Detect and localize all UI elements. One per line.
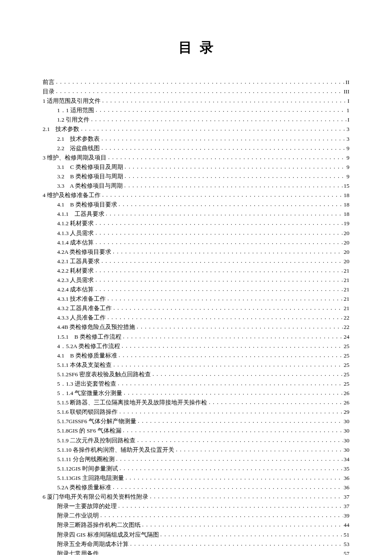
toc-entry: 5.1.6 联锁闭锁回路操作29 <box>43 407 349 417</box>
toc-entry-page: 21 <box>344 266 350 276</box>
toc-entry-page: 57 <box>344 549 350 555</box>
toc-leader-dots <box>105 210 343 218</box>
toc-entry-page: 30 <box>344 426 350 436</box>
toc-entry: 附录二作业说明39 <box>43 511 349 520</box>
toc-leader-dots <box>119 465 343 473</box>
toc-entry-page: 34 <box>344 455 350 464</box>
toc-entry: 4.4B 类检修危险点及预控措施22 <box>43 323 349 332</box>
toc-entry-page: 26 <box>344 389 350 398</box>
toc-entry-label: 1.2 引用文件 <box>57 115 89 125</box>
page-title: 目录 <box>43 38 349 57</box>
toc-entry-label: 前言 <box>43 78 55 87</box>
toc-entry-page: 20 <box>344 247 350 257</box>
toc-entry: 附录三断路器操作机构二次图纸44 <box>43 520 349 530</box>
toc-entry-page: 9 <box>346 153 349 163</box>
toc-entry-page: 36 <box>344 474 350 483</box>
toc-entry-page: 51 <box>344 530 350 540</box>
toc-entry-page: 9 <box>346 172 349 181</box>
toc-entry-page: 21 <box>344 285 350 294</box>
toc-entry-page: 30 <box>344 445 350 455</box>
toc-entry: 目录III <box>43 87 349 96</box>
toc-entry-page: 20 <box>344 257 350 266</box>
toc-entry-page: 39 <box>344 511 350 520</box>
toc-entry-label: 4.3.2 工器具准备工作 <box>57 304 112 313</box>
toc-leader-dots <box>112 248 343 256</box>
toc-entry: 5.1.2SF6 密度表校验及触点回路检查25 <box>43 370 349 379</box>
toc-leader-dots <box>160 531 343 539</box>
toc-leader-dots <box>130 540 343 548</box>
toc-leader-dots <box>124 163 346 171</box>
toc-leader-dots <box>101 135 346 143</box>
toc-entry: 4.1.2 耗材要求19 <box>43 219 349 228</box>
toc-entry-page: 36 <box>344 483 350 492</box>
toc-entry-label: 1．1 适用范围 <box>57 106 94 115</box>
toc-entry-page: 18 <box>344 191 350 200</box>
toc-entry-page: I <box>348 115 350 125</box>
toc-leader-dots <box>124 173 346 180</box>
toc-entry: 1 适用范围及引用文件I <box>43 96 349 106</box>
toc-entry-label: 4.1 B 类检修项目要求 <box>57 200 117 209</box>
toc-leader-dots <box>124 182 343 190</box>
toc-entry: 4.2.2 耗材要求21 <box>43 266 349 276</box>
toc-entry-page: 25 <box>344 370 350 379</box>
toc-leader-dots <box>95 107 346 114</box>
toc-entry-page: 37 <box>344 492 350 502</box>
toc-entry-label: 5．1.4 气室微量水分测量 <box>57 389 122 398</box>
toc-entry-page: 37 <box>344 502 350 511</box>
toc-entry-label: 5.1.6 联锁闭锁回路操作 <box>57 407 118 417</box>
toc-leader-dots <box>100 512 343 520</box>
toc-entry-label: 5．1.3 进出瓷套管检查 <box>57 379 116 389</box>
toc-entry: 4 维护及检修准备工作18 <box>43 191 349 200</box>
toc-entry-page: 3 <box>346 134 349 144</box>
toc-entry: 5．1.4 气室微量水分测量26 <box>43 389 349 398</box>
toc-entry: 1．1 适用范围1 <box>43 106 349 115</box>
toc-entry: 4.3.2 工器具准备工作21 <box>43 304 349 313</box>
toc-entry: 3.3 A 类检修项目与周期15 <box>43 181 349 191</box>
toc-entry-label: 5.1.10 各操作机构润滑、辅助开关及位置开关 <box>57 445 174 455</box>
toc-leader-dots <box>112 484 343 491</box>
toc-entry: 5．1.3 进出瓷套管检查25 <box>43 379 349 389</box>
toc-entry-page: 25 <box>344 342 350 351</box>
toc-entry: 1.5.1 B 类检修工作流程24 <box>43 332 349 342</box>
toc-entry-page: 20 <box>344 229 350 238</box>
toc-leader-dots <box>137 418 343 425</box>
toc-entry-label: 2.1 技术参数表 <box>57 134 100 144</box>
toc-entry-label: 2.1 技术参数 <box>43 125 79 134</box>
toc-entry-label: 5.1.13GIS 主回路电阻测量 <box>57 474 124 483</box>
toc-entry-page: 44 <box>344 520 350 530</box>
toc-entry: 5.1.10 各操作机构润滑、辅助开关及位置开关30 <box>43 445 349 455</box>
toc-entry: 4.1 B 类检修项目要求18 <box>43 200 349 209</box>
toc-entry: 4．5.2A 类检修工作流程25 <box>43 342 349 351</box>
toc-entry-label: 5.1.11 分合闸线圈检测 <box>57 455 115 464</box>
toc-entry: 2.1 技术参数3 <box>43 125 349 134</box>
toc-entry: 5.1.11 分合闸线圈检测34 <box>43 455 349 464</box>
toc-entry-page: 19 <box>344 219 350 228</box>
toc-entry-page: 24 <box>344 332 350 342</box>
toc-entry-page: 20 <box>344 238 350 247</box>
toc-leader-dots <box>95 286 343 293</box>
toc-leader-dots <box>95 276 343 284</box>
toc-entry: 2.1 技术参数表3 <box>43 134 349 144</box>
toc-entry-label: 4.4B 类检修危险点及预控措施 <box>57 323 135 332</box>
toc-entry-label: 3 维护、检修周期及项目 <box>43 153 107 163</box>
toc-leader-dots <box>95 230 343 237</box>
toc-entry: 5.1.12GIS 时间参量测试35 <box>43 464 349 474</box>
toc-entry: 4.3.1 技术准备工作21 <box>43 294 349 304</box>
toc-entry-label: 5.1.12GIS 时间参量测试 <box>57 464 118 474</box>
toc-leader-dots <box>95 220 343 227</box>
toc-entry-label: 附录二作业说明 <box>57 511 99 520</box>
toc-leader-dots <box>95 239 343 247</box>
toc-entry-label: 4．5.2A 类检修工作流程 <box>57 342 120 351</box>
toc-entry: 附录五全寿命周期成本计算53 <box>43 540 349 549</box>
toc-entry: 4.2.3 人员需求21 <box>43 276 349 285</box>
toc-entry-page: 30 <box>344 436 350 445</box>
toc-entry-label: 5.1.5 断路器、三工位隔离接地开关及故障接地开关操作检 <box>57 398 207 407</box>
toc-entry-label: 3.3 A 类检修项目与周期 <box>57 181 123 191</box>
toc-entry-page: 29 <box>344 407 350 417</box>
toc-entry: 附录一主要故障的处理37 <box>43 502 349 511</box>
toc-entry-label: 附录五全寿命周期成本计算 <box>57 540 129 549</box>
toc-leader-dots <box>107 154 346 162</box>
toc-leader-dots <box>115 456 343 463</box>
toc-leader-dots <box>123 389 343 397</box>
toc-entry-label: 5.1.8GIS 的 SF6 气体检漏 <box>57 426 121 436</box>
